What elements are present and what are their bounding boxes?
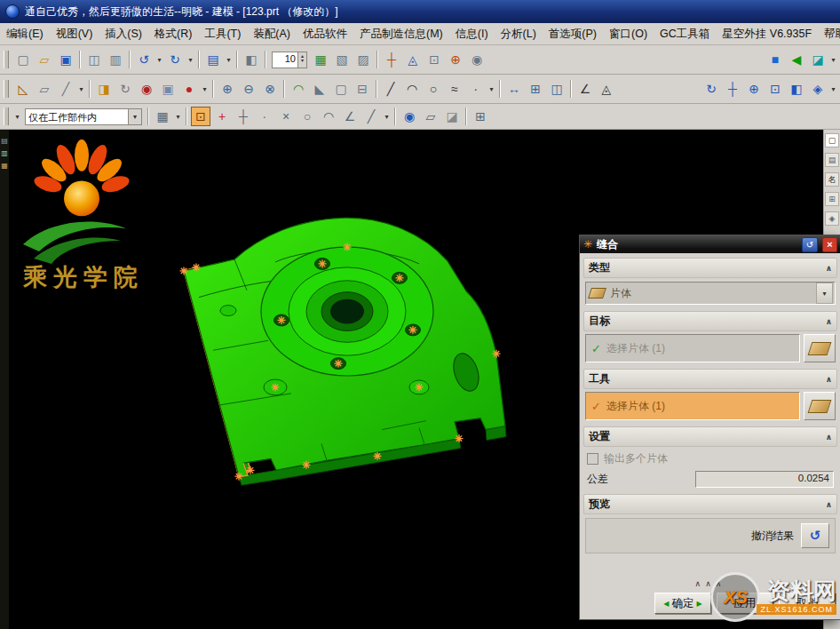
select-general-icon[interactable]: ▦ [153, 107, 172, 126]
trim-body-icon[interactable]: ⊟ [353, 79, 372, 99]
magnify-selection-icon[interactable]: ◉ [400, 107, 419, 126]
resource-bar-tab-1-icon[interactable]: ▤ [1, 137, 9, 145]
snap-mid-point-icon[interactable]: ∙ [255, 107, 274, 126]
menu-item-13[interactable]: 星空外挂 V6.935F [716, 24, 818, 44]
circle-icon[interactable]: ○ [424, 79, 443, 99]
plane-tool-icon[interactable]: ▱ [421, 107, 440, 126]
datum-dropdown[interactable]: ▾ [76, 79, 86, 99]
menu-item-4[interactable]: 工具(T) [198, 24, 247, 44]
window-cascade-icon[interactable]: ◧ [242, 50, 261, 69]
history-book-icon[interactable]: ▤ [203, 50, 223, 69]
name-column-tab-icon[interactable]: 名 [825, 172, 839, 187]
menu-item-12[interactable]: GC工具箱 [654, 24, 716, 44]
target-sheet-button[interactable] [804, 334, 836, 362]
select-dropdown[interactable]: ▾ [173, 107, 183, 126]
snap-view-icon[interactable]: ⊡ [424, 50, 444, 69]
rotate-view-icon[interactable]: ↻ [701, 79, 721, 99]
menu-item-5[interactable]: 装配(A) [247, 24, 297, 44]
ok-button[interactable]: ◀ 确定 ▶ [654, 593, 711, 614]
line-icon[interactable]: ╱ [381, 79, 400, 99]
point-icon[interactable]: ∙ [466, 79, 486, 99]
menu-item-8[interactable]: 信息(I) [449, 24, 495, 44]
dialog-reset-icon[interactable]: ↺ [802, 237, 818, 252]
view-cube-icon[interactable]: ◪ [808, 50, 828, 69]
part-navigator-tab-icon[interactable]: ▤ [825, 153, 839, 167]
back-arrow-green-icon[interactable]: ◀ [787, 50, 806, 69]
feature-dropdown[interactable]: ▾ [200, 79, 210, 99]
new-file-icon[interactable]: ▢ [13, 50, 33, 69]
snap-angle-icon[interactable]: ∠ [340, 107, 360, 126]
layer-settings-icon[interactable]: ▦ [311, 50, 330, 69]
datum-csys-icon[interactable]: ┼ [382, 50, 401, 69]
menu-item-6[interactable]: 优品软件 [297, 24, 353, 44]
move-object-icon[interactable]: ↔ [504, 79, 524, 99]
snap-point-toggle-icon[interactable]: ⊡ [191, 107, 210, 126]
snap-intersection-icon[interactable]: × [276, 107, 296, 126]
section-header-preview[interactable]: 预览 ∧ [583, 494, 837, 514]
revolve-icon[interactable]: ↻ [115, 79, 135, 99]
section-header-settings[interactable]: 设置 ∧ [583, 426, 837, 447]
menu-item-14[interactable]: 帮助(H) [818, 24, 840, 44]
part-model[interactable] [184, 218, 506, 485]
grid-toggle-icon[interactable]: ⊞ [471, 107, 490, 126]
pmi-blue-icon[interactable]: ■ [765, 50, 785, 69]
pan-view-icon[interactable]: ┼ [723, 79, 742, 99]
resource-bar-tab-3-icon[interactable]: ▦ [1, 162, 9, 170]
snap-tangent-icon[interactable]: ╱ [361, 107, 381, 126]
snap-center-icon[interactable]: ○ [297, 107, 317, 126]
assembly-cube-icon[interactable]: ◪ [442, 107, 462, 126]
toolbar-grip[interactable] [4, 80, 9, 98]
history-dropdown[interactable]: ▾ [224, 50, 234, 69]
layer-visible-icon[interactable]: ▧ [332, 50, 352, 69]
selection-scope-combo[interactable]: 仅在工作部件内▾ [25, 108, 142, 125]
snap-dropdown[interactable]: ▾ [382, 107, 392, 126]
resource-bar-tab-2-icon[interactable]: ▥ [1, 149, 9, 157]
restore-window-icon-icon[interactable]: ▢ [825, 133, 839, 147]
section-header-tool[interactable]: 工具 ∧ [583, 369, 837, 389]
history-tab-icon[interactable]: ◈ [825, 211, 839, 226]
menu-item-9[interactable]: 分析(L) [495, 24, 543, 44]
datum-axis-icon[interactable]: ╱ [56, 79, 75, 99]
dialog-close-icon[interactable]: × [822, 237, 837, 252]
menu-item-1[interactable]: 视图(V) [50, 24, 99, 44]
type-select[interactable]: 片体 ▾ [585, 282, 836, 305]
unite-icon[interactable]: ⊕ [218, 79, 237, 99]
curve-dropdown[interactable]: ▾ [487, 79, 496, 99]
window-titlebar[interactable]: 通自己优秀，然后更骄傲的生活--明晓 - 建模 - [123.prt （修改的）… [0, 0, 840, 23]
subtract-icon[interactable]: ⊖ [239, 79, 258, 99]
redo-icon[interactable]: ↻ [165, 50, 185, 69]
shaded-view-icon[interactable]: ◧ [787, 79, 806, 99]
menu-item-10[interactable]: 首选项(P) [543, 24, 603, 44]
iso-view-icon[interactable]: ◈ [808, 79, 828, 99]
shell-icon[interactable]: ▢ [331, 79, 351, 99]
measure-icon[interactable]: ∠ [575, 79, 595, 99]
paste-icon[interactable]: ▥ [106, 50, 125, 69]
analysis-icon[interactable]: ◬ [597, 79, 616, 99]
redo-dropdown[interactable]: ▾ [186, 50, 195, 69]
snap-end-point-icon[interactable]: ┼ [234, 107, 253, 126]
chamfer-icon[interactable]: ◣ [310, 79, 329, 99]
type-filter-dropdown[interactable]: ▾ [12, 107, 22, 126]
datum-plane-icon[interactable]: ▱ [35, 79, 54, 99]
mirror-icon[interactable]: ◫ [547, 79, 567, 99]
menu-item-2[interactable]: 插入(S) [99, 24, 148, 44]
edge-blend-icon[interactable]: ◠ [289, 79, 308, 99]
intersect-icon[interactable]: ⊗ [260, 79, 280, 99]
sphere-icon[interactable]: ● [179, 79, 199, 99]
create-point-icon[interactable]: + [212, 107, 232, 126]
wcs-orient-icon[interactable]: ⊕ [446, 50, 465, 69]
layer-category-icon[interactable]: ▨ [353, 50, 373, 69]
menu-item-0[interactable]: 编辑(E) [0, 24, 50, 44]
menu-item-3[interactable]: 格式(R) [148, 24, 198, 44]
type-dropdown-icon[interactable]: ▾ [816, 283, 833, 304]
open-folder-icon[interactable]: ▱ [35, 50, 54, 69]
tool-sheet-button[interactable] [804, 392, 836, 420]
toolbar-grip[interactable] [4, 51, 9, 68]
snap-quadrant-icon[interactable]: ◠ [319, 107, 338, 126]
view-dropdown[interactable]: ▾ [828, 79, 838, 99]
hole-icon[interactable]: ◉ [137, 79, 156, 99]
arc-icon[interactable]: ◠ [402, 79, 422, 99]
fit-view-icon[interactable]: ⊡ [765, 79, 785, 99]
menu-item-11[interactable]: 窗口(O) [603, 24, 654, 44]
block-icon[interactable]: ▣ [158, 79, 178, 99]
